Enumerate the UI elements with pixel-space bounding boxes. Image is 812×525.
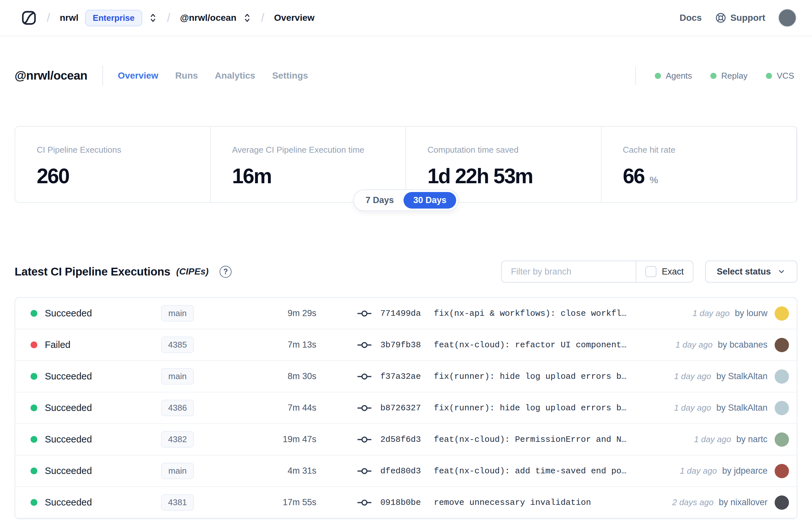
breadcrumb-workspace[interactable]: @nrwl/ocean — [180, 12, 251, 24]
exact-checkbox[interactable] — [645, 266, 656, 277]
tab-runs[interactable]: Runs — [175, 71, 198, 81]
commit-hash: f37a32ae — [380, 372, 421, 381]
time-ago: 2 days ago — [672, 497, 714, 508]
table-row[interactable]: Succeeded 4381 17m 55s 0918b0beremove un… — [15, 487, 797, 519]
branch-badge: main — [161, 305, 194, 321]
commit-hash: 3b79fb38 — [380, 340, 421, 350]
exact-label: Exact — [662, 267, 684, 277]
table-row[interactable]: Succeeded main 4m 31s dfed80d3feat(nx-cl… — [15, 455, 797, 487]
docs-link[interactable]: Docs — [679, 13, 702, 23]
commit-hash: b8726327 — [380, 403, 421, 413]
chevron-down-icon — [777, 267, 786, 276]
enterprise-badge: Enterprise — [85, 10, 142, 26]
commit-icon — [357, 498, 372, 508]
commit-message: remove unnecessary invalidation — [434, 498, 591, 508]
branch-badge: 4382 — [161, 431, 194, 448]
tab-overview[interactable]: Overview — [118, 71, 158, 81]
author: by lourw — [735, 308, 767, 318]
stat-suffix: % — [649, 175, 658, 185]
time-ago: 1 day ago — [680, 466, 717, 476]
tab-settings[interactable]: Settings — [272, 71, 308, 81]
author: by bcabanes — [718, 340, 767, 350]
table-row[interactable]: Succeeded main 9m 29s 771499dafix(nx-api… — [15, 298, 797, 329]
green-dot-icon — [710, 73, 717, 79]
help-icon[interactable]: ? — [219, 266, 232, 278]
time-ago: 1 day ago — [676, 340, 713, 350]
duration: 8m 30s — [224, 371, 316, 381]
duration: 19m 47s — [224, 434, 316, 445]
time-ago: 1 day ago — [674, 403, 711, 413]
status-dot-icon — [31, 499, 37, 506]
table-row[interactable]: Succeeded main 8m 30s f37a32aefix(runner… — [15, 361, 797, 392]
status-dot-icon — [31, 310, 37, 317]
branch-filter-input[interactable] — [502, 261, 635, 282]
exact-match-control: Exact — [636, 266, 693, 277]
branch-filter-group: Exact — [501, 260, 693, 283]
workspace-header: @nrwl/ocean Overview Runs Analytics Sett… — [15, 65, 797, 86]
stat-value: 260 — [37, 164, 69, 188]
status-select-label: Select status — [717, 267, 771, 277]
range-7-days[interactable]: 7 Days — [356, 192, 403, 209]
commit-hash: 771499da — [380, 309, 421, 318]
commit-message: fix(nx-api & workflows): close workfl… — [434, 309, 627, 318]
stat-label: CI Pipeline Executions — [37, 145, 204, 155]
duration: 4m 31s — [224, 466, 316, 476]
author-avatar — [775, 306, 789, 321]
stat-value: 16m — [232, 164, 272, 188]
author: by StalkAltan — [716, 403, 767, 413]
date-range-toggle: 7 Days 30 Days — [353, 190, 459, 211]
table-row[interactable]: Succeeded 4382 19m 47s 2d58f6d3feat(nx-c… — [15, 424, 797, 455]
cipe-section-header: Latest CI Pipeline Executions (CIPEs) ? … — [15, 260, 797, 283]
tab-analytics[interactable]: Analytics — [215, 71, 255, 81]
author: by StalkAltan — [716, 371, 767, 381]
stat-label: Computation time saved — [427, 145, 594, 155]
nx-cloud-logo-icon[interactable] — [21, 10, 37, 26]
indicator-replay: Replay — [710, 71, 748, 81]
stat-value: 66 — [623, 164, 644, 188]
table-row[interactable]: Failed 4385 7m 13s 3b79fb38feat(nx-cloud… — [15, 329, 797, 361]
table-row[interactable]: Succeeded 4386 7m 44s b8726327fix(runner… — [15, 392, 797, 424]
user-avatar[interactable] — [778, 9, 796, 27]
breadcrumb: / nrwl Enterprise / @nrwl/ocean — [21, 10, 315, 26]
nx-cloud-dashboard: / nrwl Enterprise / @nrwl/ocean — [0, 0, 812, 525]
chevron-updown-icon[interactable] — [243, 12, 251, 24]
author-avatar — [775, 495, 789, 510]
section-subtitle: (CIPEs) — [177, 266, 209, 277]
commit-message: fix(runner): hide log upload errors b… — [434, 403, 627, 413]
section-title-group: Latest CI Pipeline Executions (CIPEs) ? — [15, 265, 232, 278]
author-avatar — [775, 401, 789, 415]
commit-icon — [357, 372, 372, 381]
breadcrumb-org[interactable]: nrwl Enterprise — [60, 10, 157, 26]
status-label: Succeeded — [45, 434, 92, 445]
stat-value: 1d 22h 53m — [427, 164, 533, 188]
filter-controls: Exact Select status — [501, 260, 797, 283]
org-name: nrwl — [60, 13, 79, 23]
status-select-dropdown[interactable]: Select status — [705, 260, 797, 283]
range-30-days[interactable]: 30 Days — [403, 192, 456, 209]
commit-icon — [357, 435, 372, 445]
commit-hash: dfed80d3 — [380, 466, 421, 476]
commit-message: fix(runner): hide log upload errors b… — [434, 372, 627, 381]
nav-actions: Docs Support — [679, 9, 796, 27]
commit-icon — [357, 403, 372, 413]
green-dot-icon — [655, 73, 661, 79]
support-link[interactable]: Support — [715, 12, 765, 24]
author-avatar — [775, 464, 789, 478]
commit-message: feat(nx-cloud): add time-saved end po… — [434, 466, 627, 476]
author: by jdpearce — [722, 466, 767, 476]
chevron-updown-icon[interactable] — [149, 12, 157, 24]
workspace-title: @nrwl/ocean — [15, 69, 87, 82]
lifebuoy-icon — [715, 12, 726, 24]
commit-icon — [357, 309, 372, 318]
indicator-label: Agents — [666, 71, 692, 81]
support-label: Support — [731, 13, 765, 23]
section-title: Latest CI Pipeline Executions — [15, 265, 170, 278]
author: by nixallover — [719, 497, 767, 508]
indicator-agents: Agents — [655, 71, 692, 81]
duration: 7m 44s — [224, 403, 316, 413]
commit-message: feat(nx-cloud): refactor UI component… — [434, 340, 627, 350]
workspace-name: @nrwl/ocean — [180, 13, 236, 23]
workspace-tabs: Overview Runs Analytics Settings — [118, 71, 308, 81]
stat-label: Cache hit rate — [623, 145, 790, 155]
status-label: Failed — [45, 340, 71, 350]
